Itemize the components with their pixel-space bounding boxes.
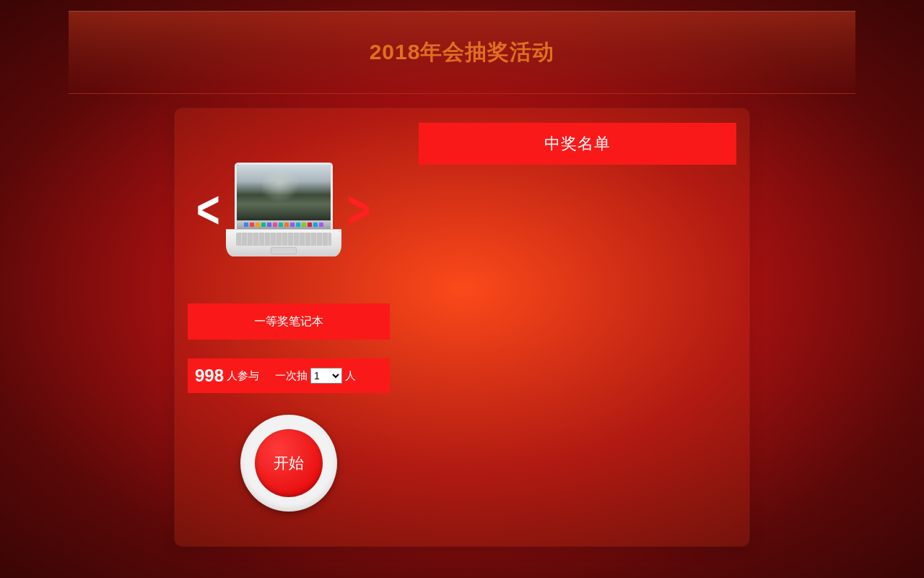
- participant-count: 998: [195, 366, 224, 386]
- laptop-wallpaper: [237, 165, 331, 220]
- start-button[interactable]: 开始: [240, 415, 337, 512]
- next-arrow[interactable]: >: [347, 184, 371, 236]
- prize-image-laptop: [226, 163, 341, 256]
- prize-area: < > 一等奖笔记本 998 人参与 一次抽 1 人: [188, 123, 433, 512]
- winner-header: 中奖名单: [419, 123, 736, 165]
- prev-arrow[interactable]: <: [196, 184, 220, 236]
- participant-row: 998 人参与 一次抽 1 人: [188, 358, 390, 393]
- laptop-trackpad: [271, 247, 297, 254]
- draw-count-select[interactable]: 1: [310, 368, 342, 384]
- prize-carousel: < >: [188, 130, 433, 289]
- laptop-keyboard: [236, 233, 331, 246]
- laptop-base: [226, 229, 341, 256]
- main-card: < > 一等奖笔记本 998 人参与 一次抽 1 人: [175, 108, 749, 546]
- laptop-screen: [235, 163, 333, 229]
- laptop-dock: [237, 220, 331, 229]
- participant-suffix: 人参与: [227, 369, 259, 383]
- page-header: 2018年会抽奖活动: [69, 11, 855, 94]
- draw-prefix: 一次抽: [275, 369, 308, 383]
- start-wrap: 开始: [188, 415, 390, 512]
- start-button-inner: 开始: [255, 429, 323, 497]
- prize-label: 一等奖笔记本: [188, 303, 390, 340]
- page-title: 2018年会抽奖活动: [370, 38, 555, 67]
- winner-panel: 中奖名单: [419, 123, 736, 165]
- draw-suffix: 人: [345, 369, 356, 383]
